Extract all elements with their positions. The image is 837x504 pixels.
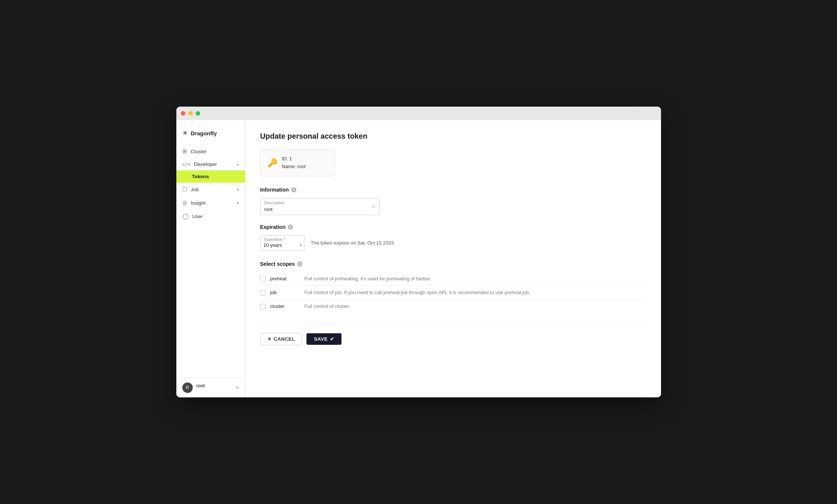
expiration-value: 10 years — [264, 242, 300, 248]
chevron-up-icon: ▴ — [237, 162, 239, 167]
chevron-down-insight-icon: ▾ — [237, 201, 239, 205]
cluster-icon: ⊞ — [182, 148, 187, 155]
sidebar-item-job[interactable]: ☐ Job ▾ — [176, 183, 245, 196]
logo-text: Dragonfly — [191, 130, 217, 136]
job-desc: Full control of job. If you need to call… — [305, 290, 531, 295]
scopes-label: Select scopes — [260, 261, 295, 267]
avatar-sub: · — [196, 388, 232, 393]
sidebar-label-insight: Insight — [191, 200, 233, 206]
sidebar-label-job: Job — [191, 187, 233, 192]
chevron-down-job-icon: ▾ — [237, 187, 239, 192]
scopes-section: Select scopes i preheat Full control of … — [260, 261, 646, 313]
save-icon: ✔ — [330, 336, 334, 342]
preheat-checkbox[interactable] — [260, 276, 266, 282]
clear-description-icon[interactable]: ✕ — [371, 204, 375, 209]
sidebar: ✳ Dragonfly ⊞ Cluster </> Developer ▴ To… — [176, 120, 245, 397]
token-name: Name: root — [282, 163, 306, 171]
sidebar-label-cluster: Cluster — [191, 149, 239, 154]
avatar: R — [182, 382, 193, 393]
main-content: Update personal access token 🔑 ID: 1 Nam… — [245, 120, 661, 397]
description-field: Description ✕ — [260, 198, 646, 215]
preheat-name: preheat — [270, 276, 300, 281]
app-body: ✳ Dragonfly ⊞ Cluster </> Developer ▴ To… — [176, 120, 661, 397]
divider — [260, 324, 646, 324]
preheat-desc: Full control of preheating, it's used fo… — [305, 276, 431, 281]
scopes-help-icon: i — [297, 261, 302, 267]
cluster-scope-name: cluster — [270, 303, 300, 309]
cluster-checkbox[interactable] — [260, 304, 266, 309]
cluster-desc: Full control of cluster. — [305, 303, 350, 309]
expiration-label: Expiration — [260, 224, 286, 230]
maximize-button[interactable] — [196, 111, 200, 116]
information-label: Information — [260, 187, 289, 193]
expiry-message: The token expires on Sat, Oct 15 2033. — [311, 240, 395, 246]
close-button[interactable] — [181, 111, 185, 116]
expiration-dropdown-icon: ▾ — [300, 243, 302, 247]
avatar-chevron-icon: ⇅ — [236, 385, 239, 390]
job-scope-name: job — [270, 290, 300, 295]
sidebar-item-tokens[interactable]: Tokens — [176, 170, 245, 183]
insight-icon: ◎ — [182, 199, 187, 206]
developer-icon: </> — [182, 162, 191, 167]
sidebar-label-developer: Developer — [194, 161, 233, 167]
user-icon: ◯ — [182, 213, 189, 220]
sidebar-item-insight[interactable]: ◎ Insight ▾ — [176, 196, 245, 210]
expiration-select[interactable]: Expiration * 10 years ▾ — [260, 235, 305, 251]
information-heading: Information i — [260, 187, 646, 193]
sidebar-item-cluster[interactable]: ⊞ Cluster — [176, 145, 245, 158]
button-row: ✕ CANCEL SAVE ✔ — [260, 333, 646, 345]
scope-item-job: job Full control of job. If you need to … — [260, 286, 646, 300]
description-label: Description — [264, 201, 375, 205]
token-id: ID: 1 — [282, 155, 306, 163]
sidebar-item-user[interactable]: ◯ User — [176, 210, 245, 223]
logo: ✳ Dragonfly — [176, 126, 245, 145]
key-icon: 🔑 — [267, 158, 277, 168]
cancel-icon: ✕ — [267, 336, 272, 342]
scopes-heading: Select scopes i — [260, 261, 646, 267]
token-card: 🔑 ID: 1 Name: root — [260, 149, 335, 176]
sidebar-item-developer[interactable]: </> Developer ▴ — [176, 158, 245, 170]
job-checkbox[interactable] — [260, 290, 266, 296]
page-title: Update personal access token — [260, 132, 646, 141]
job-icon: ☐ — [182, 186, 187, 193]
logo-icon: ✳ — [182, 129, 188, 137]
sidebar-user-area[interactable]: R root · ⇅ — [176, 378, 245, 397]
scope-item-cluster: cluster Full control of cluster. — [260, 300, 646, 313]
app-window: ✳ Dragonfly ⊞ Cluster </> Developer ▴ To… — [176, 107, 661, 397]
expiration-help-icon: i — [288, 224, 293, 230]
token-info: ID: 1 Name: root — [282, 155, 306, 171]
expiration-heading: Expiration i — [260, 224, 646, 230]
cancel-button[interactable]: ✕ CANCEL — [260, 333, 302, 345]
scope-item-preheat: preheat Full control of preheating, it's… — [260, 272, 646, 286]
expiration-field-label: Expiration * — [261, 236, 305, 242]
avatar-info: root · — [196, 383, 232, 393]
sidebar-label-user: User — [192, 214, 239, 219]
sidebar-label-tokens: Tokens — [182, 174, 239, 179]
description-input[interactable] — [264, 207, 375, 212]
titlebar — [176, 107, 661, 120]
cancel-label: CANCEL — [274, 336, 295, 342]
save-label: SAVE — [314, 336, 327, 342]
expiration-row: Expiration * 10 years ▾ The token expire… — [260, 235, 646, 251]
expiration-select-row[interactable]: 10 years ▾ — [261, 242, 305, 250]
information-help-icon: i — [291, 187, 296, 192]
description-input-wrapper[interactable]: Description ✕ — [260, 198, 380, 215]
save-button[interactable]: SAVE ✔ — [306, 333, 342, 345]
minimize-button[interactable] — [188, 111, 193, 116]
avatar-name: root — [196, 383, 232, 388]
